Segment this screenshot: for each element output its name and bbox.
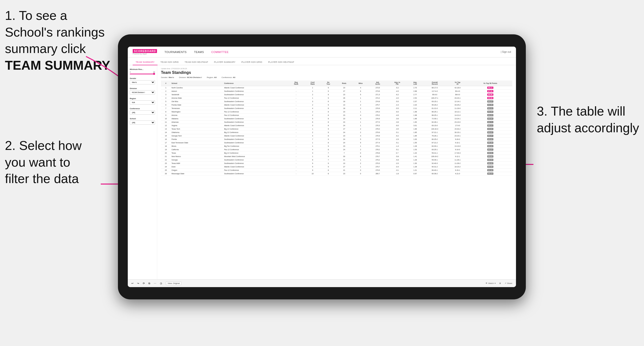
cell-rank: 9 xyxy=(161,114,171,117)
cell-avg-to-par: -5.2 xyxy=(387,86,408,90)
cell-school: Florida xyxy=(171,138,223,141)
cell-no-tour: 9 xyxy=(321,165,336,169)
conference-section: Conference (All) xyxy=(130,108,155,115)
nav-tournaments[interactable]: TOURNAMENTS xyxy=(164,50,186,53)
cell-vs-top-25: 43-23-1 xyxy=(447,96,468,100)
cell-vs-top-25: 38-6-0 xyxy=(447,93,468,96)
cell-rnds: 21 xyxy=(336,169,352,172)
cell-school: Oklahoma xyxy=(171,131,223,134)
cell-wins: 1 xyxy=(352,158,369,162)
cell-conference: Big 12 Conference xyxy=(223,127,288,131)
nav-teams[interactable]: TEAMS xyxy=(194,50,204,53)
cell-adj-score: 273.5 xyxy=(368,86,387,90)
cell-points: 86.91 xyxy=(468,151,512,155)
cell-rnds: 23 xyxy=(336,86,352,90)
min-rounds-label: Minimum Rou... xyxy=(130,68,155,70)
view-original-btn[interactable]: View: Original xyxy=(166,281,181,285)
copy-icon[interactable]: ⧉ xyxy=(148,282,150,285)
tablet: SCOREBOARD Powered by clippd TOURNAMENTS… xyxy=(118,34,526,299)
conference-select[interactable]: (All) xyxy=(130,110,155,115)
cell-avg-low: 1.86 xyxy=(408,127,422,131)
cell-wins: 1 xyxy=(352,165,369,169)
cell-rank: 17 xyxy=(161,141,171,145)
watch-btn[interactable]: 👁 Watch ▾ xyxy=(486,282,495,284)
share-icon: ↗ xyxy=(505,282,506,284)
refresh-icon[interactable]: ⟳ xyxy=(143,282,145,285)
cell-avg-low: 1.21 xyxy=(408,169,422,172)
cell-points: 80.71 xyxy=(468,121,512,124)
school-select[interactable]: (All) xyxy=(130,121,155,125)
cell-no-tour: 7 xyxy=(321,158,336,162)
cell-points: 80.23 xyxy=(468,114,512,117)
share-btn[interactable]: ↗ Share xyxy=(505,282,512,284)
tab-team-h2h-grid[interactable]: TEAM H2H GRID xyxy=(158,61,182,65)
tab-player-h2h-heatmap[interactable]: PLAYER H2H HEATMAP xyxy=(265,61,297,65)
cell-conf-rank: 6 xyxy=(304,121,321,124)
region-select[interactable]: N/A xyxy=(130,100,155,105)
undo-icon[interactable]: ↩ xyxy=(132,282,134,285)
col-vs-top-25: Vs Top25 xyxy=(447,80,468,86)
division-select[interactable]: NCAA Division I xyxy=(130,90,155,94)
cell-wins: 2 xyxy=(352,131,369,134)
cell-rnds: 24 xyxy=(336,124,352,127)
cell-conference: Southeastern Conference xyxy=(223,90,288,93)
cell-avg-low: 1.44 xyxy=(408,151,422,155)
nav-committee[interactable]: COMMITTEE xyxy=(211,50,229,53)
cell-school: Georgia Tech xyxy=(171,134,223,138)
cell-conf-rank: 1 xyxy=(304,90,321,93)
cell-vs-top-25: 18-12-1 xyxy=(447,110,468,114)
cell-school: Texas Tech xyxy=(171,127,223,131)
table-row: 6 Florida State Atlantic Coast Conferenc… xyxy=(161,103,512,107)
filter-division: Division: NCAA Division I xyxy=(179,76,202,79)
cell-wins: 5 xyxy=(352,93,369,96)
cell-rank: 18 xyxy=(161,145,171,148)
cell-adj-score: 277.5 xyxy=(368,138,387,141)
cell-no-tour: 8 xyxy=(321,117,336,121)
range-track[interactable] xyxy=(130,74,155,74)
col-conference: Conference xyxy=(223,80,288,86)
cell-reg-rank: - xyxy=(288,148,304,151)
gender-select[interactable]: Men's xyxy=(130,80,155,84)
cell-rank: 5 xyxy=(161,100,171,103)
cell-school: Ole Miss xyxy=(171,100,223,103)
clock-icon[interactable]: ◷ xyxy=(160,282,162,285)
cell-wins: 3 xyxy=(352,117,369,121)
cell-adj-score: 279.9 xyxy=(368,131,387,134)
cell-reg-rank: - xyxy=(288,165,304,169)
cell-adj-score: 276.9 xyxy=(368,134,387,138)
cell-school: Arkansas xyxy=(171,121,223,124)
table-row: 25 Oregon Pac-12 Conference - 9 8 21 0 2… xyxy=(161,169,512,172)
cell-avg-low: 1.98 xyxy=(408,114,422,117)
cell-overall: 109-24-2 xyxy=(422,155,447,158)
table-row: 23 Texas A&M Southeastern Conference - 9… xyxy=(161,162,512,165)
cell-vs-top-25: 18-23-2 xyxy=(447,165,468,169)
cell-conf-rank: 9 xyxy=(304,169,321,172)
cell-no-tour: 9 xyxy=(321,162,336,165)
cell-points: 80.34 xyxy=(468,145,512,148)
grid-btn[interactable]: ⊞ xyxy=(499,282,501,284)
cell-rank: 7 xyxy=(161,107,171,110)
cell-conference: Southeastern Conference xyxy=(223,141,288,145)
more-icon[interactable]: ⋯ xyxy=(154,282,156,285)
redo-icon[interactable]: ↪ xyxy=(137,282,139,285)
table-title: Team Standings xyxy=(161,70,512,75)
cell-conference: Southeastern Conference xyxy=(223,100,288,103)
cell-rnds: 23 xyxy=(336,114,352,117)
cell-points: 88.54 xyxy=(468,158,512,162)
tab-team-summary[interactable]: TEAM SUMMARY xyxy=(133,61,158,65)
tab-team-h2h-heatmap[interactable]: TEAM H2H HEATMAP xyxy=(182,61,211,65)
tab-player-h2h-grid[interactable]: PLAYER H2H GRID xyxy=(238,61,265,65)
cell-overall: 59-41-1 xyxy=(422,151,447,155)
cell-vs-top-25: 14-21-0 xyxy=(447,114,468,117)
cell-school: Texas xyxy=(171,151,223,155)
cell-overall: 76-26-1 xyxy=(422,134,447,138)
sign-out-link[interactable]: | Sign out xyxy=(501,50,511,53)
cell-avg-low: 1.28 xyxy=(408,145,422,148)
cell-school: East Tennessee State xyxy=(171,141,223,145)
main-content: Minimum Rou... 4 30 Gender Men's xyxy=(128,65,516,279)
cell-conf-rank: 3 xyxy=(304,151,321,155)
tab-player-summary[interactable]: PLAYER SUMMARY xyxy=(211,61,238,65)
col-wins: Wins xyxy=(352,80,369,86)
cell-points: 80.94 xyxy=(468,117,512,121)
cell-school: Mississippi State xyxy=(171,172,223,175)
